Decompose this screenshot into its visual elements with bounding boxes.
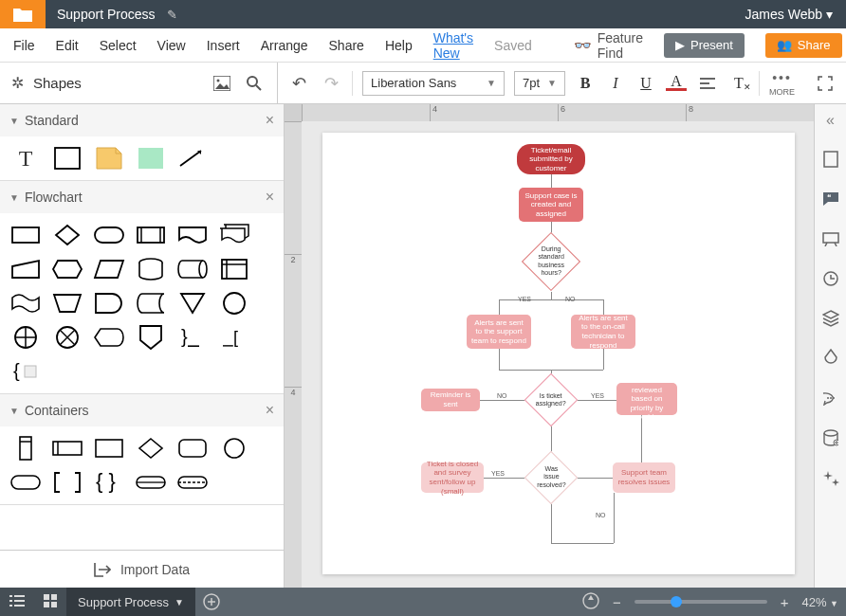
data-icon[interactable] xyxy=(821,428,840,447)
shape-line[interactable] xyxy=(176,146,209,171)
shape-database[interactable] xyxy=(135,257,167,281)
shape-direct-data[interactable] xyxy=(176,257,209,281)
text-color-button[interactable]: A xyxy=(666,75,687,91)
menu-edit[interactable]: Edit xyxy=(56,38,79,53)
node-process[interactable]: Alerts are sent to the on-call technicia… xyxy=(571,315,635,349)
grid-view-icon[interactable] xyxy=(44,594,57,610)
page[interactable]: YES NO NO YES YES NO Ticket/email submit… xyxy=(322,133,795,574)
node-decision[interactable]: Is ticket assigned? xyxy=(524,373,579,427)
close-section-icon[interactable]: × xyxy=(266,189,274,206)
section-header-standard[interactable]: ▼ Standard × xyxy=(0,104,284,136)
menu-view[interactable]: View xyxy=(157,38,186,53)
shape-connector[interactable] xyxy=(218,291,250,316)
node-process[interactable]: Ticket is closed and survey sent/follow … xyxy=(421,462,484,493)
shape-paper-tape[interactable] xyxy=(9,291,42,316)
edit-title-icon[interactable]: ✎ xyxy=(167,8,177,22)
shape-pill-dash2[interactable] xyxy=(176,470,209,495)
canvas[interactable]: 468 24 YES xyxy=(285,104,814,588)
shape-terminator[interactable] xyxy=(93,223,125,247)
shape-sum[interactable] xyxy=(51,325,83,350)
shape-swimlane-v[interactable] xyxy=(9,436,42,461)
shape-cont-diamond[interactable] xyxy=(135,436,167,461)
shape-document[interactable] xyxy=(176,223,209,247)
shape-multidoc[interactable] xyxy=(218,223,250,247)
zoom-level[interactable]: 42% ▼ xyxy=(794,595,846,609)
folder-icon[interactable] xyxy=(0,0,46,28)
page-icon[interactable] xyxy=(821,150,840,169)
search-shapes-icon[interactable] xyxy=(243,72,266,95)
clear-format-button[interactable]: T✕ xyxy=(728,75,749,92)
gear-icon[interactable]: ✲ xyxy=(11,74,24,92)
image-library-icon[interactable] xyxy=(211,72,233,95)
feature-find[interactable]: 👓 Feature Find xyxy=(574,30,643,61)
shape-decision[interactable] xyxy=(51,223,83,247)
chat-icon[interactable] xyxy=(821,389,840,408)
shape-brackets[interactable] xyxy=(51,470,83,495)
zoom-slider[interactable] xyxy=(634,600,767,604)
shape-cont-pill[interactable] xyxy=(9,470,42,495)
shape-or[interactable] xyxy=(9,325,42,350)
menu-share[interactable]: Share xyxy=(329,38,364,53)
menu-arrange[interactable]: Arrange xyxy=(261,38,308,53)
font-size-select[interactable]: 7pt ▼ xyxy=(514,71,565,96)
layers-icon[interactable] xyxy=(821,309,840,328)
more-tools-button[interactable]: ••• MORE xyxy=(769,70,795,97)
shape-note-annotation[interactable]: ⎯[ xyxy=(218,325,250,350)
menu-insert[interactable]: Insert xyxy=(207,38,240,53)
menu-select[interactable]: Select xyxy=(100,38,137,53)
zoom-out-button[interactable]: − xyxy=(607,594,627,610)
shape-block[interactable] xyxy=(51,146,83,171)
shape-stored-data[interactable] xyxy=(135,291,167,316)
node-process[interactable]: Ticket is reviewed based on priority by … xyxy=(616,383,677,415)
present-button[interactable]: ▶ Present xyxy=(664,33,745,58)
shape-internal-storage[interactable] xyxy=(218,257,250,281)
close-section-icon[interactable]: × xyxy=(266,112,274,129)
shape-preparation[interactable] xyxy=(51,257,83,281)
italic-button[interactable]: I xyxy=(605,75,626,92)
shape-data[interactable] xyxy=(93,257,125,281)
menu-whats-new[interactable]: What's New xyxy=(433,30,473,61)
zoom-in-button[interactable]: + xyxy=(775,594,795,610)
shape-brace-right[interactable]: }⎯ xyxy=(176,325,209,350)
node-process[interactable]: Alerts are sent to the support team to r… xyxy=(467,315,531,349)
shape-text[interactable]: T xyxy=(9,146,42,171)
shape-offpage[interactable] xyxy=(135,325,167,350)
underline-button[interactable]: U xyxy=(635,75,656,92)
node-terminator[interactable]: Ticket/email submitted by customer xyxy=(517,144,585,174)
user-menu[interactable]: James Webb ▾ xyxy=(732,7,846,22)
shape-predefined[interactable] xyxy=(135,223,167,247)
node-decision[interactable]: During standard business hours? xyxy=(522,232,580,291)
shape-pill-dash1[interactable] xyxy=(135,470,167,495)
target-icon[interactable] xyxy=(575,592,607,612)
node-process[interactable]: Support case is created and assigned xyxy=(519,188,583,222)
history-icon[interactable] xyxy=(821,269,840,288)
add-page-button[interactable] xyxy=(195,588,228,616)
presentation-icon[interactable] xyxy=(821,229,840,248)
menu-file[interactable]: File xyxy=(13,38,35,53)
paint-icon[interactable] xyxy=(821,349,840,368)
zoom-thumb[interactable] xyxy=(671,596,682,607)
shape-delay[interactable] xyxy=(93,291,125,316)
shape-hotspot[interactable] xyxy=(135,146,167,171)
import-data-button[interactable]: Import Data xyxy=(0,550,284,588)
bold-button[interactable]: B xyxy=(575,75,596,92)
list-view-icon[interactable] xyxy=(9,594,25,610)
redo-icon[interactable]: ↷ xyxy=(320,72,342,95)
shape-note[interactable] xyxy=(93,146,125,171)
share-button[interactable]: 👥 Share xyxy=(765,33,842,58)
close-section-icon[interactable]: × xyxy=(266,402,274,419)
node-process[interactable]: Reminder is sent xyxy=(421,389,480,411)
comment-icon[interactable]: ❝ xyxy=(821,190,840,208)
shape-process[interactable] xyxy=(9,223,42,247)
shape-brace-left[interactable]: { xyxy=(9,359,42,384)
shape-cont-round[interactable] xyxy=(176,436,209,461)
shape-display[interactable] xyxy=(93,325,125,350)
shape-manual-op[interactable] xyxy=(51,291,83,316)
collapse-rail-icon[interactable]: « xyxy=(826,112,835,129)
node-decision[interactable]: Was issue resolved? xyxy=(524,451,579,505)
shape-braces[interactable]: { } xyxy=(93,470,125,495)
font-family-select[interactable]: Liberation Sans ▼ xyxy=(362,71,505,96)
shape-manual-input[interactable] xyxy=(9,257,42,281)
shape-cont-rect[interactable] xyxy=(93,436,125,461)
page-tab[interactable]: Support Process ▼ xyxy=(66,588,195,616)
